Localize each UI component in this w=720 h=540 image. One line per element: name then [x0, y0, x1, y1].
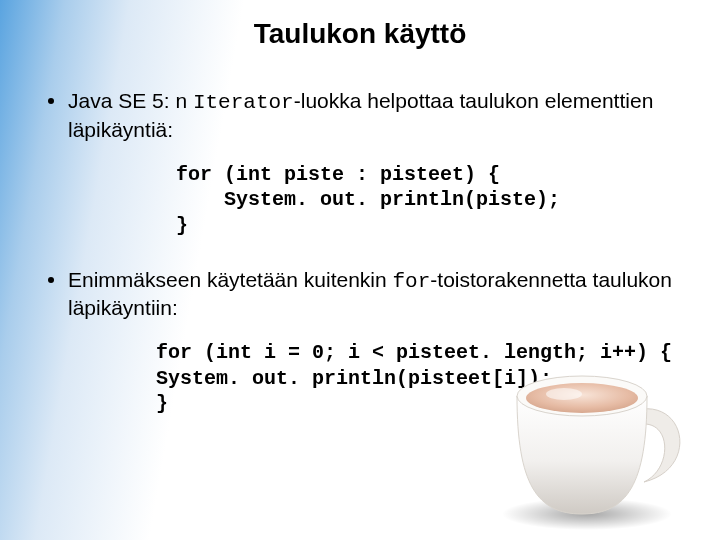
- bullet-text: Java SE 5: n Iterator-luokka helpottaa t…: [68, 88, 692, 144]
- bullet-item: Enimmäkseen käytetään kuitenkin for-tois…: [48, 267, 692, 323]
- slide-title: Taulukon käyttö: [0, 18, 720, 50]
- code-block: for (int i = 0; i < pisteet. length; i++…: [156, 340, 692, 417]
- svg-point-0: [502, 498, 672, 530]
- bullet-dot-icon: [48, 98, 54, 104]
- bullet-code: Iterator: [193, 91, 294, 114]
- bullet-pre: Java SE 5: n: [68, 89, 193, 112]
- bullet-dot-icon: [48, 277, 54, 283]
- bullet-text: Enimmäkseen käytetään kuitenkin for-tois…: [68, 267, 692, 323]
- slide-body: Java SE 5: n Iterator-luokka helpottaa t…: [48, 88, 692, 445]
- bullet-pre: Enimmäkseen käytetään kuitenkin: [68, 268, 393, 291]
- slide: Taulukon käyttö Java SE 5: n Iterator-lu…: [0, 0, 720, 540]
- bullet-item: Java SE 5: n Iterator-luokka helpottaa t…: [48, 88, 692, 144]
- bullet-code: for: [393, 270, 431, 293]
- code-block: for (int piste : pisteet) { System. out.…: [176, 162, 692, 239]
